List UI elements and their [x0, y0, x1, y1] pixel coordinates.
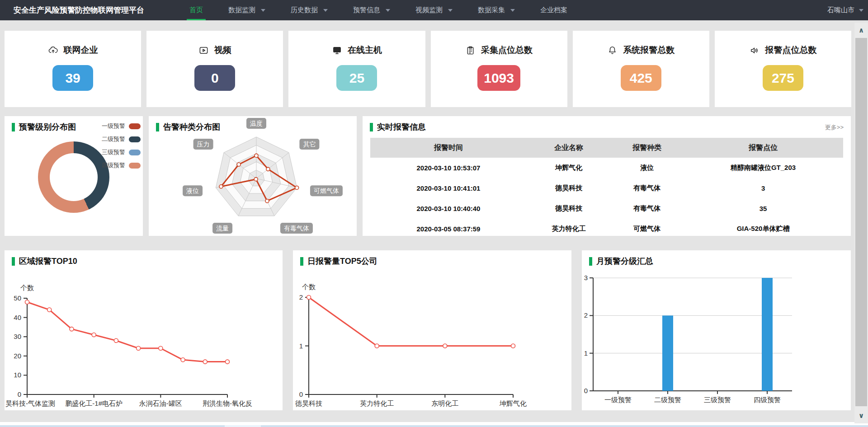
legend-item[interactable]: 四级预警 [102, 161, 141, 169]
panel-realtime-alarms: 实时报警信息 更多>> 报警时间企业名称报警种类报警点位 2020-03-10 … [363, 116, 851, 236]
nav-item-label: 首页 [189, 6, 203, 14]
svg-text:东明化工: 东明化工 [431, 399, 458, 407]
stat-label: 报警点位总数 [765, 44, 816, 56]
panel-title: 预警级别分布图 [12, 122, 76, 132]
legend-swatch [129, 136, 141, 142]
table-cell: 2020-03-10 10:53:07 [370, 158, 527, 178]
svg-text:50: 50 [14, 294, 21, 302]
table-cell: 2020-03-05 08:37:59 [370, 219, 527, 239]
table-cell: 德昊科技 [527, 198, 611, 219]
svg-text:2: 2 [299, 293, 303, 301]
legend-swatch [129, 150, 141, 155]
donut-chart[interactable] [38, 141, 109, 213]
scroll-up-icon[interactable]: ∧ [854, 26, 868, 34]
svg-text:2: 2 [584, 311, 588, 319]
svg-text:四级预警: 四级预警 [754, 396, 781, 404]
stat-card: 视频0 [146, 31, 283, 107]
top-nav: 安全生产风险预警防控物联网管理平台 首页数据监测历史数据预警信息视频监测数据采集… [0, 0, 868, 20]
svg-text:二级预警: 二级预警 [654, 396, 681, 404]
legend-label: 二级预警 [102, 135, 125, 143]
svg-text:一级预警: 一级预警 [604, 396, 632, 404]
table-cell: 2020-03-10 10:40:40 [370, 198, 527, 219]
nav-menu: 首页数据监测历史数据预警信息视频监测数据采集企业档案 [177, 0, 580, 20]
panel-region-alarm-top10: 区域报警TOP10 个数01020304050昊科技-气体监测鹏盛化工-1#电石… [5, 250, 283, 410]
svg-text:德昊科技: 德昊科技 [295, 399, 322, 407]
svg-text:其它: 其它 [303, 141, 316, 148]
stat-label: 在线主机 [348, 44, 382, 56]
nav-item-label: 预警信息 [353, 6, 380, 14]
month-summary-bar-chart[interactable]: 0123一级预警二级预警三级预警四级预警 [582, 250, 851, 410]
radar-chart[interactable]: 温度其它可燃气体有毒气体流量液位压力 [149, 116, 357, 236]
table-header: 报警时间 [370, 138, 527, 158]
stat-card: 采集点位总数1093 [431, 31, 567, 107]
svg-text:三级预警: 三级预警 [704, 396, 731, 404]
nav-item-label: 数据采集 [478, 6, 505, 14]
stat-label: 视频 [214, 44, 231, 56]
title-bar-icon [589, 257, 592, 266]
table-row: 2020-03-10 10:40:40德昊科技有毒气体35 [370, 198, 843, 219]
chevron-down-icon [323, 9, 328, 12]
svg-text:流量: 流量 [216, 225, 229, 232]
table-cell: 有毒气体 [611, 198, 683, 219]
stats-row: 联网企业39视频0在线主机25采集点位总数1093系统报警总数425报警点位总数… [5, 31, 851, 107]
nav-item-3[interactable]: 历史数据 [284, 0, 334, 20]
table-cell: 有毒气体 [611, 178, 683, 198]
horizontal-scrollbar[interactable] [0, 425, 868, 427]
table-row: 2020-03-10 10:53:07坤辉气化液位精醇南罐液位GT_203 [370, 158, 843, 178]
stat-label: 系统报警总数 [623, 44, 675, 56]
table-cell: 3 [683, 178, 843, 198]
stat-card: 报警点位总数275 [715, 31, 851, 107]
svg-text:40: 40 [14, 314, 21, 321]
legend-label: 一级预警 [102, 122, 125, 130]
daily-top5-line-chart[interactable]: 个数012德昊科技英力特化工东明化工坤辉气化 [293, 250, 571, 410]
legend-item[interactable]: 三级预警 [102, 148, 141, 156]
panel-title: 告警种类分布图 [156, 122, 220, 132]
region-top10-line-chart[interactable]: 个数01020304050昊科技-气体监测鹏盛化工-1#电石炉永润石油-罐区荆洪… [5, 250, 283, 410]
title-bar-icon [12, 123, 15, 131]
chevron-down-icon [448, 9, 453, 12]
svg-text:0: 0 [18, 390, 21, 398]
nav-item-label: 视频监测 [415, 6, 443, 14]
stat-label: 采集点位总数 [481, 44, 533, 56]
cloud-upload-icon [48, 45, 58, 56]
region-label: 石嘴山市 [827, 6, 854, 14]
horizontal-scrollbar-thumb[interactable] [225, 425, 261, 427]
nav-item-1[interactable]: 首页 [183, 0, 209, 20]
table-header: 报警点位 [683, 138, 843, 158]
nav-item-label: 数据监测 [228, 6, 255, 14]
table-cell: 液位 [611, 158, 683, 178]
nav-item-4[interactable]: 预警信息 [347, 0, 396, 20]
table-cell: GIA-520单体贮槽 [683, 219, 843, 239]
stat-card: 系统报警总数425 [573, 31, 709, 107]
panel-title: 实时报警信息 [370, 122, 426, 132]
panel-title: 日报警量TOP5公司 [300, 256, 377, 267]
svg-text:压力: 压力 [197, 141, 210, 148]
stat-card: 联网企业39 [5, 31, 141, 107]
nav-item-6[interactable]: 数据采集 [472, 0, 521, 20]
dashboard-content: 联网企业39视频0在线主机25采集点位总数1093系统报警总数425报警点位总数… [0, 20, 851, 410]
nav-item-7[interactable]: 企业档案 [534, 0, 574, 20]
region-selector[interactable]: 石嘴山市 [827, 0, 863, 20]
panel-month-warning-summary: 月预警分级汇总 0123一级预警二级预警三级预警四级预警 [582, 250, 851, 410]
stat-value-badge: 1093 [477, 65, 520, 91]
svg-text:1: 1 [584, 349, 588, 357]
nav-item-5[interactable]: 视频监测 [409, 0, 459, 20]
scroll-down-icon[interactable]: ∨ [854, 412, 868, 420]
legend-item[interactable]: 一级预警 [102, 122, 141, 130]
svg-text:英力特化工: 英力特化工 [360, 399, 394, 407]
svg-text:坤辉气化: 坤辉气化 [499, 399, 527, 407]
more-link[interactable]: 更多>> [825, 123, 844, 131]
stat-label: 联网企业 [64, 44, 98, 56]
speaker-icon [749, 45, 760, 56]
app-title: 安全生产风险预警防控物联网管理平台 [14, 0, 144, 20]
legend-label: 三级预警 [102, 148, 125, 156]
nav-item-2[interactable]: 数据监测 [222, 0, 272, 20]
table-cell: 坤辉气化 [527, 158, 611, 178]
svg-text:昊科技-气体监测: 昊科技-气体监测 [5, 399, 55, 407]
video-icon [198, 45, 209, 56]
vertical-scrollbar-thumb[interactable] [855, 38, 867, 406]
vertical-scrollbar[interactable]: ∧ ∨ [854, 23, 868, 423]
title-bar-icon [156, 123, 159, 131]
legend-item[interactable]: 二级预警 [102, 135, 141, 143]
nav-item-label: 历史数据 [291, 6, 318, 14]
